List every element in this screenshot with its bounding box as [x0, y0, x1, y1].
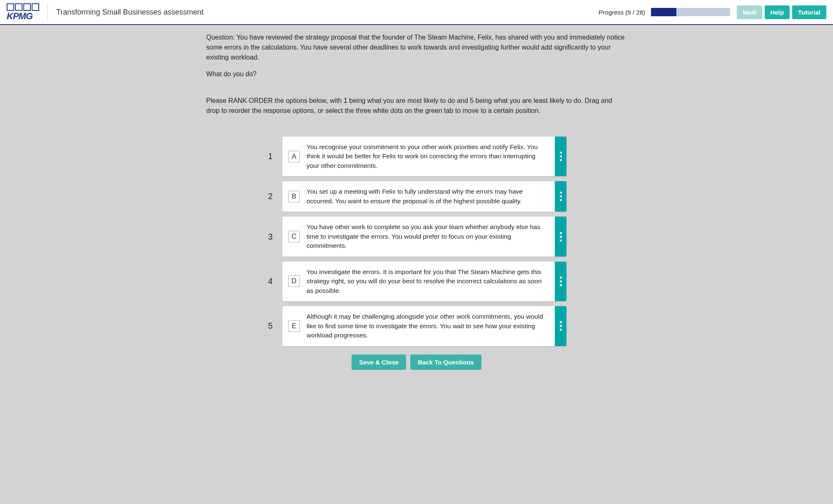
dots-icon [560, 152, 562, 161]
rank-number: 4 [267, 277, 274, 286]
footer-buttons: Save & Close Back To Questions [206, 346, 627, 372]
option-letter: B [288, 191, 300, 202]
option-card[interactable]: E Although it may be challenging alongsi… [282, 306, 566, 346]
progress: Progress (9 / 28) [599, 8, 730, 16]
rank-row: 4 D You investigate the errors. It is im… [267, 262, 566, 301]
rank-area: 1 A You recognise your commitment to you… [206, 137, 627, 346]
option-letter: C [288, 231, 300, 242]
option-text: You recognise your commitment to your ot… [307, 142, 548, 170]
option-letter: A [288, 151, 300, 162]
drag-handle[interactable] [555, 217, 566, 256]
dots-icon [560, 192, 562, 201]
rank-number: 1 [267, 152, 274, 161]
next-button[interactable]: Next [737, 5, 762, 19]
rank-number: 3 [267, 232, 274, 242]
logo-text: KPMG [7, 12, 39, 21]
rank-number: 2 [267, 192, 274, 201]
rank-row: 2 B You set up a meeting with Felix to f… [267, 181, 566, 212]
progress-bar [651, 8, 730, 16]
rank-row: 3 C You have other work to complete so y… [267, 217, 566, 256]
dots-icon [560, 277, 562, 286]
content: Question: You have reviewed the strategy… [202, 25, 631, 372]
option-text: You set up a meeting with Felix to fully… [307, 187, 548, 206]
rank-row: 5 E Although it may be challenging along… [267, 306, 566, 346]
instructions: Please RANK ORDER the options below, wit… [206, 96, 627, 116]
progress-label: Progress (9 / 28) [599, 9, 645, 16]
option-text: Although it may be challenging alongside… [307, 312, 548, 340]
back-to-questions-button[interactable]: Back To Questions [410, 354, 481, 370]
drag-handle[interactable] [555, 262, 566, 301]
tutorial-button[interactable]: Tutorial [792, 5, 826, 19]
help-button[interactable]: Help [765, 5, 790, 19]
option-text: You have other work to complete so you a… [307, 222, 548, 250]
drag-handle[interactable] [555, 306, 566, 346]
dots-icon [560, 232, 562, 242]
progress-fill [651, 8, 676, 16]
option-card[interactable]: A You recognise your commitment to your … [282, 137, 566, 176]
dots-icon [560, 321, 562, 331]
drag-handle[interactable] [555, 181, 566, 212]
drag-handle[interactable] [555, 137, 566, 176]
option-card[interactable]: D You investigate the errors. It is impo… [282, 262, 566, 301]
option-card[interactable]: B You set up a meeting with Felix to ful… [282, 181, 566, 212]
option-card[interactable]: C You have other work to complete so you… [282, 217, 566, 256]
header: KPMG Transforming Small Businesses asses… [0, 0, 833, 25]
logo-squares [7, 3, 39, 11]
option-letter: E [288, 320, 300, 332]
question-text: Question: You have reviewed the strategy… [206, 32, 627, 62]
option-text: You investigate the errors. It is import… [307, 267, 548, 295]
assessment-title: Transforming Small Businesses assessment [56, 8, 203, 17]
kpmg-logo: KPMG [7, 3, 48, 21]
option-letter: D [288, 275, 300, 287]
rank-number: 5 [267, 321, 274, 331]
save-close-button[interactable]: Save & Close [352, 354, 406, 370]
question-prompt: What do you do? [206, 69, 627, 79]
rank-row: 1 A You recognise your commitment to you… [267, 137, 566, 176]
